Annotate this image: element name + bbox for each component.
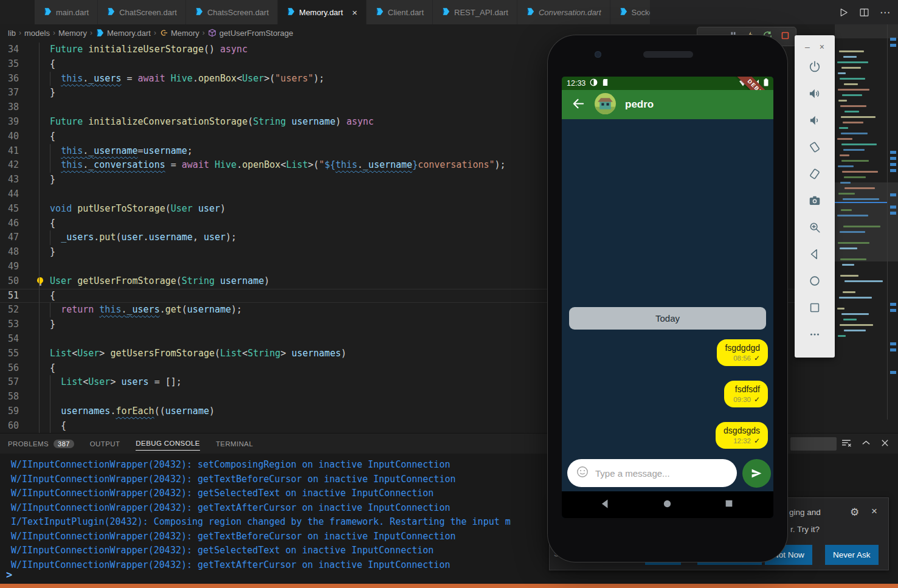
tab-memory-dart[interactable]: Memory.dart× — [278, 0, 367, 24]
panel-tab-output[interactable]: OUTPUT — [90, 440, 120, 448]
notification-settings-icon[interactable]: ⚙ — [850, 506, 859, 519]
indent-guide — [39, 332, 40, 347]
back-arrow-icon[interactable] — [572, 97, 585, 113]
minimap-line — [839, 50, 864, 52]
tab-client-dart[interactable]: Client.dart — [367, 0, 433, 24]
minimap-line — [844, 330, 866, 331]
sdcard-icon — [602, 78, 609, 88]
panel-tab-label: OUTPUT — [90, 440, 120, 448]
tab-chatscreen-dart[interactable]: ChatScreen.dart — [98, 0, 186, 24]
minimap-slider[interactable] — [835, 182, 898, 261]
line-number: 60 — [0, 419, 28, 433]
stop-icon[interactable] — [781, 31, 790, 43]
message-placeholder: Type a message... — [595, 468, 670, 479]
class-symbol-icon — [159, 29, 168, 37]
minimap[interactable] — [835, 41, 898, 420]
nav-back-icon[interactable] — [599, 498, 611, 512]
line-number: 41 — [0, 144, 28, 159]
never-ask-button[interactable]: Never Ask — [825, 545, 879, 565]
message-input[interactable]: Type a message... — [567, 459, 737, 487]
indent-guide — [39, 86, 40, 100]
line-number: 51 — [0, 289, 28, 303]
close-panel-icon[interactable] — [880, 438, 889, 450]
notification-text: ging and — [789, 508, 821, 517]
emulator-overview-button[interactable] — [801, 294, 828, 321]
breadcrumb-item-memory.dart[interactable]: Memory.dart — [95, 29, 151, 38]
tab-conversation-dart[interactable]: Conversation.dart — [517, 0, 610, 24]
breadcrumb-item-models[interactable]: models — [24, 29, 50, 38]
breadcrumb-separator: › — [202, 29, 205, 37]
overview-ruler-marker — [890, 169, 896, 172]
panel-tab-terminal[interactable]: TERMINAL — [216, 440, 253, 448]
panel-tab-problems[interactable]: PROBLEMS387 — [8, 440, 74, 448]
console-filter-input[interactable] — [790, 437, 837, 451]
line-number: 47 — [0, 230, 28, 245]
breadcrumb-separator: › — [53, 29, 55, 37]
maximize-panel-icon[interactable] — [862, 438, 871, 450]
emoji-icon[interactable] — [576, 465, 589, 481]
emulator-minimize-icon[interactable]: – — [805, 42, 810, 52]
minimap-line — [838, 335, 846, 337]
indent-guide — [39, 43, 40, 57]
emulator-window-controls: –× — [805, 40, 824, 54]
minimap-line — [840, 275, 858, 277]
breadcrumb-item-lib[interactable]: lib — [8, 29, 16, 38]
message-time: 12:32 — [733, 437, 751, 444]
split-editor-icon[interactable] — [859, 7, 869, 18]
tab-label: Memory.dart — [299, 8, 343, 17]
nav-home-icon[interactable] — [662, 499, 672, 511]
nav-overview-icon[interactable] — [724, 499, 734, 511]
indent-guide — [39, 317, 40, 332]
breadcrumb-item-getuserfromstorage[interactable]: getUserFromStorage — [208, 29, 293, 38]
emulator-volume-down-button[interactable] — [801, 107, 828, 134]
tab-chatsscreen-dart[interactable]: ChatsScreen.dart — [186, 0, 278, 24]
emulator-volume-up-button[interactable] — [801, 80, 828, 107]
indent-guide — [39, 216, 40, 231]
indent-guide — [39, 230, 40, 245]
chat-bubble: dsgdsgds12:32✓ — [716, 422, 768, 449]
phone-camera-dot — [595, 51, 601, 58]
run-button[interactable] — [838, 7, 849, 18]
phone-speaker-slot — [643, 51, 693, 58]
emulator-more-button[interactable] — [801, 321, 828, 348]
minimap-line — [842, 264, 854, 266]
emulator-rotate-left-button[interactable] — [801, 134, 828, 161]
battery-icon — [764, 78, 768, 88]
emulator-zoom-button[interactable] — [801, 214, 828, 241]
emulator-home-button[interactable] — [801, 268, 828, 294]
indent-guide — [39, 57, 40, 72]
line-number: 42 — [0, 158, 28, 173]
clear-console-icon[interactable] — [841, 438, 852, 451]
more-actions-icon[interactable]: ⋯ — [880, 6, 891, 19]
emulator-power-button[interactable] — [801, 54, 828, 80]
panel-tab-debug-console[interactable]: DEBUG CONSOLE — [136, 440, 200, 451]
notification-close-icon[interactable]: × — [871, 505, 877, 517]
dart-file-icon — [106, 7, 115, 18]
tab-socketti[interactable]: SocketTi — [610, 0, 651, 24]
minimap-line — [838, 72, 846, 74]
tab-close-icon[interactable]: × — [352, 8, 357, 17]
minimap-line — [840, 182, 851, 184]
dart-symbol-icon — [95, 29, 104, 37]
breadcrumb-item-memory[interactable]: Memory — [58, 29, 87, 38]
emulator-close-icon[interactable]: × — [820, 42, 824, 52]
indent-guide — [39, 202, 40, 216]
message-text: fsgdgdgd — [725, 343, 760, 353]
breadcrumb-item-memory[interactable]: Memory — [159, 29, 199, 38]
tab-rest-api-dart[interactable]: REST_API.dart — [433, 0, 517, 24]
emulator-back-button[interactable] — [801, 241, 828, 268]
send-button[interactable] — [742, 459, 771, 488]
tab-main-dart[interactable]: main.dart — [35, 0, 98, 24]
minimap-line — [842, 94, 862, 96]
emulator-screenshot-button[interactable] — [801, 187, 828, 214]
console-prompt[interactable]: > — [6, 569, 12, 581]
panel-tab-label: DEBUG CONSOLE — [136, 440, 200, 447]
breadcrumb-separator: › — [90, 29, 92, 37]
panel-tab-label: TERMINAL — [216, 440, 253, 448]
editor-tab-bar: main.dartChatScreen.dartChatsScreen.dart… — [0, 0, 898, 24]
chat-bubble: fsdfsdf09:30✓ — [724, 381, 768, 407]
indent-guide — [50, 72, 50, 86]
emulator-rotate-right-button[interactable] — [801, 161, 828, 187]
line-number: 57 — [0, 375, 28, 390]
indent-guide — [50, 303, 50, 317]
